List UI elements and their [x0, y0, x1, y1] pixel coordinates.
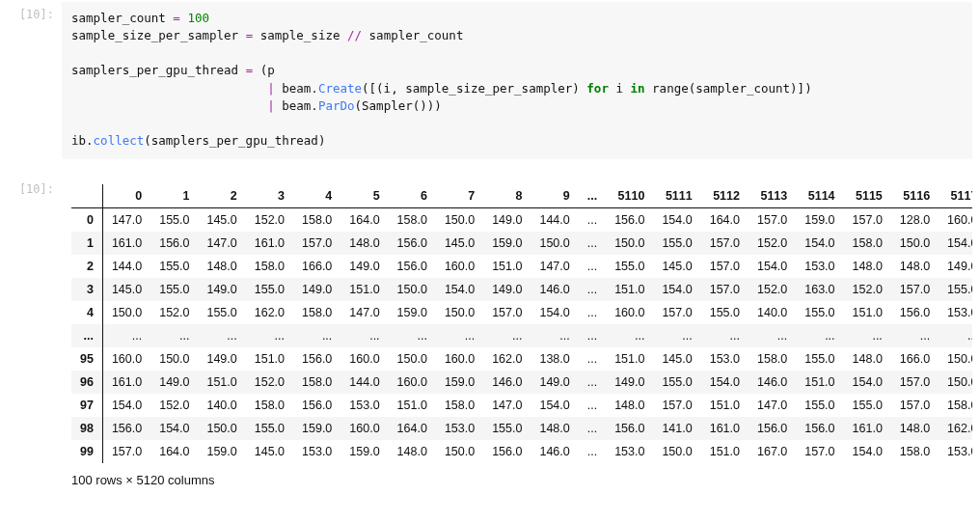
dataframe-cell: 153.0 — [293, 440, 340, 463]
dataframe-cell: 150.0 — [436, 440, 483, 463]
table-row: 97154.0152.0140.0158.0156.0153.0151.0158… — [71, 394, 972, 417]
dataframe-cell: ... — [293, 324, 340, 347]
dataframe-cell: 163.0 — [796, 278, 843, 301]
dataframe-cell: 151.0 — [844, 301, 891, 324]
dataframe-cell: 152.0 — [246, 208, 293, 233]
dataframe-cell: 148.0 — [891, 255, 939, 278]
dataframe-cell: 148.0 — [891, 417, 939, 440]
dataframe-cell: 157.0 — [749, 208, 796, 233]
dataframe-col-header: 9 — [531, 184, 578, 208]
dataframe-cell: 162.0 — [483, 347, 531, 371]
dataframe-table: 0123456789...511051115112511351145115511… — [71, 184, 972, 463]
dataframe-row-index: 99 — [71, 440, 102, 463]
dataframe-cell: ... — [579, 278, 606, 301]
dataframe-cell: 147.0 — [483, 394, 531, 417]
code-input-area[interactable]: sampler_count = 100 sample_size_per_samp… — [62, 2, 972, 159]
dataframe-cell: ... — [436, 324, 483, 347]
code-token: sampler_count — [71, 11, 173, 25]
dataframe-cell: 158.0 — [293, 301, 340, 324]
dataframe-col-header: 8 — [483, 184, 531, 208]
dataframe-cell: 150.0 — [436, 208, 483, 233]
dataframe-cell: 154.0 — [701, 371, 749, 394]
dataframe-cell: 145.0 — [246, 440, 293, 463]
code-token: = — [173, 11, 180, 25]
dataframe-cell: 155.0 — [150, 208, 198, 233]
dataframe-cell: 155.0 — [653, 371, 700, 394]
dataframe-cell: 153.0 — [939, 440, 972, 463]
dataframe-cell: 159.0 — [436, 371, 483, 394]
dataframe-cell: 154.0 — [844, 440, 891, 463]
dataframe-cell: 160.0 — [340, 417, 388, 440]
dataframe-cell: 150.0 — [891, 232, 939, 255]
dataframe-cell: 158.0 — [246, 255, 293, 278]
dataframe-cell: 156.0 — [483, 440, 531, 463]
code-content[interactable]: sampler_count = 100 sample_size_per_samp… — [71, 10, 963, 150]
dataframe-cell: 155.0 — [796, 347, 843, 371]
dataframe-cell: 154.0 — [796, 232, 843, 255]
dataframe-row-index: 98 — [71, 417, 102, 440]
dataframe-cell: 153.0 — [606, 440, 653, 463]
dataframe-cell: 149.0 — [483, 208, 531, 233]
dataframe-cell: 159.0 — [796, 208, 843, 233]
dataframe-cell: 166.0 — [293, 255, 340, 278]
dataframe-col-header: 4 — [293, 184, 340, 208]
dataframe-cell: 161.0 — [844, 417, 891, 440]
dataframe-cell: 149.0 — [340, 255, 388, 278]
dataframe-cell: 155.0 — [246, 417, 293, 440]
dataframe-cell: 157.0 — [701, 232, 749, 255]
dataframe-cell: 151.0 — [483, 255, 531, 278]
dataframe-col-header: 3 — [246, 184, 293, 208]
dataframe-cell: 161.0 — [246, 232, 293, 255]
dataframe-cell: 150.0 — [436, 301, 483, 324]
dataframe-cell: 150.0 — [606, 232, 653, 255]
dataframe-row-index: 2 — [71, 255, 102, 278]
dataframe-cell: ... — [579, 255, 606, 278]
dataframe-col-header: 0 — [102, 184, 150, 208]
dataframe-cell: 152.0 — [749, 278, 796, 301]
dataframe-cell: 154.0 — [844, 371, 891, 394]
dataframe-cell: 155.0 — [246, 278, 293, 301]
dataframe-cell: 156.0 — [293, 347, 340, 371]
dataframe-cell: ... — [102, 324, 150, 347]
code-token: beam. — [275, 98, 318, 113]
dataframe-col-header: 5 — [340, 184, 388, 208]
dataframe-cell: 144.0 — [531, 208, 578, 233]
dataframe-cell: ... — [579, 417, 606, 440]
dataframe-cell: 148.0 — [198, 255, 245, 278]
dataframe-cell: 149.0 — [606, 371, 653, 394]
dataframe-cell: 160.0 — [606, 301, 653, 324]
dataframe-cell: 148.0 — [844, 347, 891, 371]
dataframe-cell: 164.0 — [340, 208, 388, 233]
dataframe-cell: 156.0 — [150, 232, 198, 255]
dataframe-cell: 155.0 — [483, 417, 531, 440]
dataframe-cell: 157.0 — [701, 278, 749, 301]
dataframe-body: 0147.0155.0145.0152.0158.0164.0158.0150.… — [71, 208, 972, 464]
dataframe-cell: 154.0 — [653, 208, 700, 233]
dataframe-cell: 149.0 — [198, 347, 245, 371]
dataframe-cell: ... — [246, 324, 293, 347]
code-token: (Sampler())) — [355, 98, 442, 113]
dataframe-col-header: 5112 — [701, 184, 749, 208]
dataframe-col-header: 5111 — [653, 184, 700, 208]
dataframe-cell: 156.0 — [796, 417, 843, 440]
dataframe-row-index: 96 — [71, 371, 102, 394]
code-token: collect — [94, 133, 145, 148]
dataframe-cell: ... — [579, 440, 606, 463]
dataframe-cell: 161.0 — [102, 371, 150, 394]
code-token: ib. — [71, 133, 94, 148]
dataframe-cell: 158.0 — [891, 440, 939, 463]
dataframe-col-header — [71, 184, 102, 208]
dataframe-cell: 153.0 — [701, 347, 749, 371]
dataframe-cell: 152.0 — [749, 232, 796, 255]
dataframe-cell: 150.0 — [389, 347, 436, 371]
dataframe-cell: 150.0 — [531, 232, 578, 255]
dataframe-cell: 157.0 — [483, 301, 531, 324]
dataframe-col-header: 5116 — [891, 184, 939, 208]
dataframe-cell: 158.0 — [844, 232, 891, 255]
dataframe-cell: 152.0 — [844, 278, 891, 301]
dataframe-row-index: 95 — [71, 347, 102, 371]
dataframe-cell: 157.0 — [653, 301, 700, 324]
dataframe-cell: 152.0 — [246, 371, 293, 394]
dataframe-cell: 160.0 — [340, 347, 388, 371]
dataframe-cell: 156.0 — [293, 394, 340, 417]
